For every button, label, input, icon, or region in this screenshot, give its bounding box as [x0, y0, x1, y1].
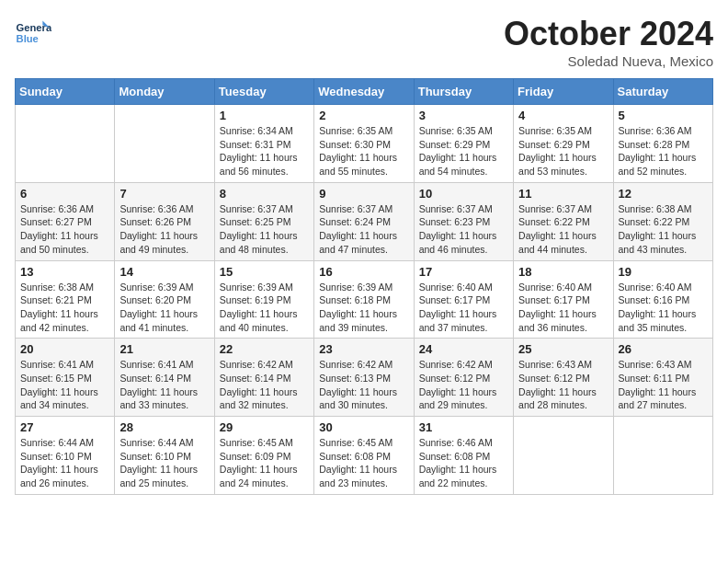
day-info: Sunrise: 6:41 AM Sunset: 6:14 PM Dayligh…	[119, 358, 209, 412]
calendar-cell: 30Sunrise: 6:45 AM Sunset: 6:08 PM Dayli…	[314, 417, 414, 495]
calendar-cell	[613, 417, 712, 495]
calendar-cell: 12Sunrise: 6:38 AM Sunset: 6:22 PM Dayli…	[613, 182, 712, 260]
location: Soledad Nueva, Mexico	[504, 53, 713, 69]
calendar-cell: 6Sunrise: 6:36 AM Sunset: 6:27 PM Daylig…	[16, 182, 115, 260]
calendar-cell: 16Sunrise: 6:39 AM Sunset: 6:18 PM Dayli…	[314, 260, 414, 339]
day-number: 30	[319, 420, 408, 434]
calendar-cell: 31Sunrise: 6:46 AM Sunset: 6:08 PM Dayli…	[414, 417, 513, 495]
weekday-header-saturday: Saturday	[613, 79, 712, 105]
day-info: Sunrise: 6:43 AM Sunset: 6:12 PM Dayligh…	[518, 358, 608, 412]
day-number: 21	[119, 342, 209, 356]
calendar-cell: 18Sunrise: 6:40 AM Sunset: 6:17 PM Dayli…	[514, 260, 613, 339]
calendar-cell: 3Sunrise: 6:35 AM Sunset: 6:29 PM Daylig…	[414, 105, 513, 183]
day-number: 15	[220, 265, 309, 279]
svg-text:Blue: Blue	[17, 33, 39, 44]
calendar-cell: 24Sunrise: 6:42 AM Sunset: 6:12 PM Dayli…	[414, 339, 513, 417]
day-info: Sunrise: 6:37 AM Sunset: 6:23 PM Dayligh…	[419, 202, 508, 257]
day-info: Sunrise: 6:42 AM Sunset: 6:12 PM Dayligh…	[419, 358, 508, 412]
calendar-cell: 4Sunrise: 6:35 AM Sunset: 6:29 PM Daylig…	[514, 105, 613, 183]
calendar-cell: 17Sunrise: 6:40 AM Sunset: 6:17 PM Dayli…	[414, 260, 513, 339]
calendar-cell: 26Sunrise: 6:43 AM Sunset: 6:11 PM Dayli…	[613, 339, 712, 417]
day-number: 29	[220, 420, 309, 434]
day-number: 9	[319, 187, 408, 201]
calendar-cell: 14Sunrise: 6:39 AM Sunset: 6:20 PM Dayli…	[115, 260, 214, 339]
calendar-cell: 20Sunrise: 6:41 AM Sunset: 6:15 PM Dayli…	[16, 339, 115, 417]
day-info: Sunrise: 6:42 AM Sunset: 6:13 PM Dayligh…	[319, 358, 408, 412]
day-number: 24	[419, 342, 508, 356]
weekday-header-monday: Monday	[115, 79, 214, 105]
day-number: 19	[619, 265, 708, 279]
day-number: 13	[20, 265, 109, 279]
calendar-cell: 10Sunrise: 6:37 AM Sunset: 6:23 PM Dayli…	[414, 182, 513, 260]
calendar-cell: 29Sunrise: 6:45 AM Sunset: 6:09 PM Dayli…	[214, 417, 313, 495]
day-info: Sunrise: 6:41 AM Sunset: 6:15 PM Dayligh…	[20, 358, 109, 412]
weekday-header-thursday: Thursday	[414, 79, 513, 105]
day-number: 6	[20, 187, 109, 201]
month-title: October 2024	[504, 15, 713, 53]
weekday-header-tuesday: Tuesday	[214, 79, 313, 105]
calendar-week-row: 13Sunrise: 6:38 AM Sunset: 6:21 PM Dayli…	[16, 260, 713, 339]
calendar-cell: 22Sunrise: 6:42 AM Sunset: 6:14 PM Dayli…	[214, 339, 313, 417]
day-number: 4	[518, 109, 608, 122]
weekday-header-sunday: Sunday	[16, 79, 115, 105]
day-number: 27	[20, 420, 109, 434]
day-info: Sunrise: 6:44 AM Sunset: 6:10 PM Dayligh…	[119, 436, 209, 490]
day-info: Sunrise: 6:37 AM Sunset: 6:22 PM Dayligh…	[518, 202, 608, 257]
calendar-cell: 13Sunrise: 6:38 AM Sunset: 6:21 PM Dayli…	[16, 260, 115, 339]
calendar-cell: 25Sunrise: 6:43 AM Sunset: 6:12 PM Dayli…	[514, 339, 613, 417]
calendar-cell	[514, 417, 613, 495]
calendar-cell: 7Sunrise: 6:36 AM Sunset: 6:26 PM Daylig…	[115, 182, 214, 260]
day-info: Sunrise: 6:42 AM Sunset: 6:14 PM Dayligh…	[220, 358, 309, 412]
calendar-cell	[16, 105, 115, 183]
calendar-cell	[115, 105, 214, 183]
day-number: 1	[220, 109, 309, 122]
calendar-cell: 21Sunrise: 6:41 AM Sunset: 6:14 PM Dayli…	[115, 339, 214, 417]
day-info: Sunrise: 6:35 AM Sunset: 6:29 PM Dayligh…	[419, 124, 508, 178]
day-number: 28	[119, 420, 209, 434]
day-number: 26	[619, 342, 708, 356]
calendar-week-row: 6Sunrise: 6:36 AM Sunset: 6:27 PM Daylig…	[16, 182, 713, 260]
day-info: Sunrise: 6:36 AM Sunset: 6:26 PM Dayligh…	[119, 202, 209, 257]
calendar-week-row: 1Sunrise: 6:34 AM Sunset: 6:31 PM Daylig…	[16, 105, 713, 183]
weekday-header-row: SundayMondayTuesdayWednesdayThursdayFrid…	[16, 79, 713, 105]
day-number: 11	[518, 187, 608, 201]
day-info: Sunrise: 6:46 AM Sunset: 6:08 PM Dayligh…	[419, 436, 508, 490]
day-number: 25	[518, 342, 608, 356]
day-info: Sunrise: 6:40 AM Sunset: 6:17 PM Dayligh…	[518, 281, 608, 335]
day-number: 20	[20, 342, 109, 356]
day-info: Sunrise: 6:37 AM Sunset: 6:24 PM Dayligh…	[319, 202, 408, 257]
calendar-cell: 9Sunrise: 6:37 AM Sunset: 6:24 PM Daylig…	[314, 182, 414, 260]
day-info: Sunrise: 6:39 AM Sunset: 6:19 PM Dayligh…	[220, 281, 309, 335]
day-info: Sunrise: 6:44 AM Sunset: 6:10 PM Dayligh…	[20, 436, 109, 490]
day-info: Sunrise: 6:34 AM Sunset: 6:31 PM Dayligh…	[220, 124, 309, 178]
calendar-cell: 8Sunrise: 6:37 AM Sunset: 6:25 PM Daylig…	[214, 182, 313, 260]
calendar-cell: 28Sunrise: 6:44 AM Sunset: 6:10 PM Dayli…	[115, 417, 214, 495]
day-info: Sunrise: 6:39 AM Sunset: 6:20 PM Dayligh…	[119, 281, 209, 335]
day-info: Sunrise: 6:45 AM Sunset: 6:09 PM Dayligh…	[220, 436, 309, 490]
calendar-week-row: 27Sunrise: 6:44 AM Sunset: 6:10 PM Dayli…	[16, 417, 713, 495]
day-info: Sunrise: 6:38 AM Sunset: 6:22 PM Dayligh…	[619, 202, 708, 257]
logo: General Blue	[15, 15, 55, 52]
calendar-cell: 2Sunrise: 6:35 AM Sunset: 6:30 PM Daylig…	[314, 105, 414, 183]
svg-text:General: General	[17, 22, 51, 33]
page-header: General Blue October 2024 Soledad Nueva,…	[15, 15, 713, 69]
day-info: Sunrise: 6:35 AM Sunset: 6:29 PM Dayligh…	[518, 124, 608, 178]
day-info: Sunrise: 6:36 AM Sunset: 6:27 PM Dayligh…	[20, 202, 109, 257]
day-number: 5	[619, 109, 708, 122]
day-number: 17	[419, 265, 508, 279]
day-number: 31	[419, 420, 508, 434]
calendar-cell: 19Sunrise: 6:40 AM Sunset: 6:16 PM Dayli…	[613, 260, 712, 339]
calendar-week-row: 20Sunrise: 6:41 AM Sunset: 6:15 PM Dayli…	[16, 339, 713, 417]
day-info: Sunrise: 6:37 AM Sunset: 6:25 PM Dayligh…	[220, 202, 309, 257]
day-number: 10	[419, 187, 508, 201]
day-info: Sunrise: 6:36 AM Sunset: 6:28 PM Dayligh…	[619, 124, 708, 178]
calendar-table: SundayMondayTuesdayWednesdayThursdayFrid…	[15, 78, 713, 495]
day-number: 3	[419, 109, 508, 122]
calendar-cell: 23Sunrise: 6:42 AM Sunset: 6:13 PM Dayli…	[314, 339, 414, 417]
day-info: Sunrise: 6:40 AM Sunset: 6:17 PM Dayligh…	[419, 281, 508, 335]
day-number: 14	[119, 265, 209, 279]
day-number: 16	[319, 265, 408, 279]
day-info: Sunrise: 6:35 AM Sunset: 6:30 PM Dayligh…	[319, 124, 408, 178]
weekday-header-friday: Friday	[514, 79, 613, 105]
day-number: 2	[319, 109, 408, 122]
